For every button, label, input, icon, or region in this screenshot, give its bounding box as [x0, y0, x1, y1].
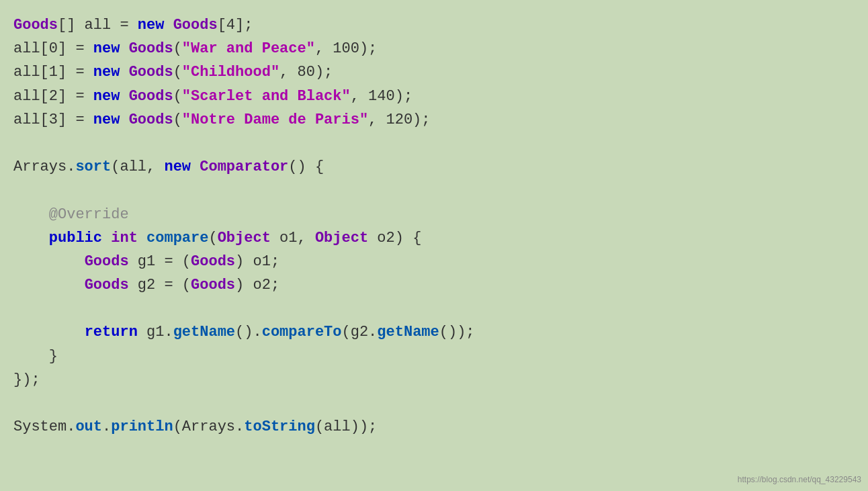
code-line-8: public int compare(Object o1, Object o2)…	[13, 226, 855, 250]
code-line-11: return g1.getName().compareTo(g2.getName…	[13, 320, 855, 344]
code-block: Goods[] all = new Goods[4]; all[0] = new…	[13, 13, 855, 439]
code-line-9: Goods g1 = (Goods) o1;	[13, 250, 855, 273]
empty-line-4	[13, 392, 855, 415]
code-line-5: all[3] = new Goods("Notre Dame de Paris"…	[13, 108, 855, 132]
empty-line-1	[13, 132, 855, 155]
code-line-1: Goods[] all = new Goods[4];	[13, 13, 855, 37]
code-line-4: all[2] = new Goods("Scarlet and Black", …	[13, 85, 855, 108]
code-line-10: Goods g2 = (Goods) o2;	[13, 273, 855, 297]
code-line-12: }	[13, 345, 855, 368]
code-line-13: });	[13, 368, 855, 392]
empty-line-3	[13, 297, 855, 320]
code-line-7: @Override	[13, 203, 855, 226]
code-line-2: all[0] = new Goods("War and Peace", 100)…	[13, 37, 855, 60]
code-line-6: Arrays.sort(all, new Comparator() {	[13, 155, 855, 179]
code-line-3: all[1] = new Goods("Childhood", 80);	[13, 60, 855, 84]
code-line-14: System.out.println(Arrays.toString(all))…	[13, 415, 855, 439]
watermark: https://blog.csdn.net/qq_43229543	[738, 475, 861, 484]
code-container: Goods[] all = new Goods[4]; all[0] = new…	[0, 0, 868, 491]
empty-line-2	[13, 179, 855, 202]
